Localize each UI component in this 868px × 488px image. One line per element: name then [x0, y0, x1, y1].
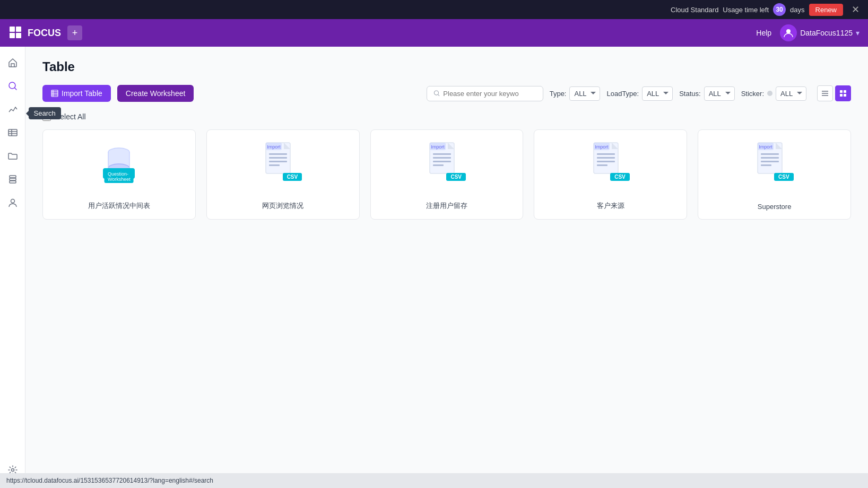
status-label: Status: [679, 90, 700, 98]
svg-rect-37 [269, 164, 280, 166]
svg-rect-51 [597, 164, 607, 166]
sidebar-item-table[interactable] [2, 123, 23, 144]
top-notification-bar: Cloud Standard Usage time left 30 days R… [0, 0, 868, 19]
loadtype-label: LoadType: [606, 90, 639, 98]
toolbar: Import Table Create Worksheet Type: ALL [42, 85, 851, 102]
table-row[interactable]: Import CSV 网页浏览情况 [206, 129, 360, 220]
svg-rect-58 [761, 164, 771, 166]
svg-rect-57 [761, 161, 779, 162]
svg-rect-3 [16, 33, 21, 38]
renew-button[interactable]: Renew [809, 4, 843, 16]
svg-rect-56 [761, 157, 779, 159]
table-row[interactable]: Import CSV 注册用户留存 [370, 129, 524, 220]
page-title: Table [42, 59, 851, 74]
logo-text: FOCUS [28, 28, 61, 39]
csv-icon: Import CSV [426, 141, 468, 183]
analytics-icon [7, 104, 18, 117]
filters: Type: ALL LoadType: ALL Status: ALL [427, 85, 851, 101]
svg-rect-2 [10, 33, 15, 38]
sidebar-item-folder[interactable] [2, 146, 23, 168]
svg-text:Import: Import [431, 144, 445, 150]
sticker-dot [767, 91, 772, 96]
sticker-label: Sticker: [741, 90, 764, 98]
days-unit: days [790, 6, 804, 14]
search-icon [7, 81, 18, 94]
svg-point-13 [11, 199, 14, 203]
add-tab-button[interactable]: + [67, 25, 82, 40]
svg-rect-44 [433, 164, 444, 166]
svg-rect-6 [8, 129, 17, 136]
cards-grid: Question- Question-Worksheet 用户活跃情况中间表 [42, 129, 851, 220]
svg-rect-55 [761, 153, 779, 155]
grid-view-button[interactable] [835, 85, 851, 101]
help-link[interactable]: Help [756, 29, 771, 37]
search-input[interactable] [443, 90, 536, 98]
svg-rect-1 [16, 27, 21, 32]
list-icon [821, 89, 829, 98]
username: DataFocus1125 [800, 29, 853, 37]
worksheet-icon: Question- Question-Worksheet [98, 141, 140, 183]
data-icon [7, 174, 18, 187]
svg-rect-41 [433, 153, 451, 155]
folder-icon [7, 151, 18, 164]
card-name: 网页浏览情况 [262, 201, 303, 211]
table-row[interactable]: Import CSV 客户来源 [534, 129, 687, 220]
svg-rect-48 [597, 153, 615, 155]
header-right: Help DataFocus1125 ▾ [756, 24, 860, 41]
svg-rect-11 [10, 178, 16, 180]
svg-point-14 [11, 468, 14, 471]
create-worksheet-button[interactable]: Create Worksheet [117, 85, 194, 102]
card-name: 客户来源 [597, 201, 624, 211]
svg-rect-34 [269, 153, 287, 155]
svg-rect-27 [844, 94, 846, 97]
table-icon [7, 127, 18, 141]
user-chevron-icon: ▾ [856, 29, 860, 37]
svg-rect-12 [10, 181, 16, 183]
view-toggle [817, 85, 851, 101]
svg-rect-25 [844, 90, 846, 93]
logo-icon [8, 25, 23, 40]
header-left: FOCUS + [8, 25, 82, 40]
svg-rect-50 [597, 161, 615, 162]
search-field-icon [433, 90, 440, 97]
card-name: 用户活跃情况中间表 [88, 201, 150, 211]
type-filter: Type: ALL [550, 86, 601, 101]
table-row[interactable]: Question- Question-Worksheet 用户活跃情况中间表 [42, 129, 196, 220]
sticker-select[interactable]: ALL [776, 86, 806, 101]
avatar [780, 24, 797, 41]
svg-rect-35 [269, 157, 287, 159]
search-tooltip: Search [29, 107, 61, 119]
sidebar: Search [0, 47, 25, 488]
type-select[interactable]: ALL [569, 86, 600, 101]
svg-point-4 [786, 29, 791, 33]
user-icon [7, 197, 18, 211]
days-badge: 30 [773, 3, 786, 16]
table-row[interactable]: Import CSV Superstore [698, 129, 851, 220]
csv-icon: Import CSV [753, 141, 796, 183]
list-view-button[interactable] [817, 85, 833, 101]
usage-label: Usage time left [723, 6, 769, 14]
main-layout: Search [0, 47, 868, 488]
sidebar-item-user[interactable] [2, 193, 23, 214]
card-name: 注册用户留存 [426, 201, 467, 211]
sidebar-item-home[interactable] [2, 53, 23, 74]
svg-rect-42 [433, 157, 451, 159]
status-bar: https://tcloud.datafocus.ai/153153653772… [0, 473, 868, 488]
sidebar-item-analytics[interactable] [2, 100, 23, 121]
csv-icon: Import CSV [262, 141, 304, 183]
status-filter: Status: ALL [679, 86, 734, 101]
user-info[interactable]: DataFocus1125 ▾ [780, 24, 860, 41]
import-table-button[interactable]: Import Table [42, 85, 111, 102]
status-url: https://tcloud.datafocus.ai/153153653772… [6, 477, 213, 484]
status-select[interactable]: ALL [704, 86, 735, 101]
app-header: FOCUS + Help DataFocus1125 ▾ [0, 19, 868, 47]
sidebar-item-data[interactable] [2, 170, 23, 191]
svg-rect-43 [433, 161, 451, 162]
svg-rect-36 [269, 161, 287, 162]
svg-text:Import: Import [759, 144, 772, 150]
loadtype-select[interactable]: ALL [642, 86, 673, 101]
select-all-row: Select All [42, 112, 851, 121]
close-button[interactable]: ✕ [852, 4, 860, 15]
svg-rect-10 [10, 176, 16, 178]
sidebar-item-search[interactable]: Search [2, 76, 23, 98]
